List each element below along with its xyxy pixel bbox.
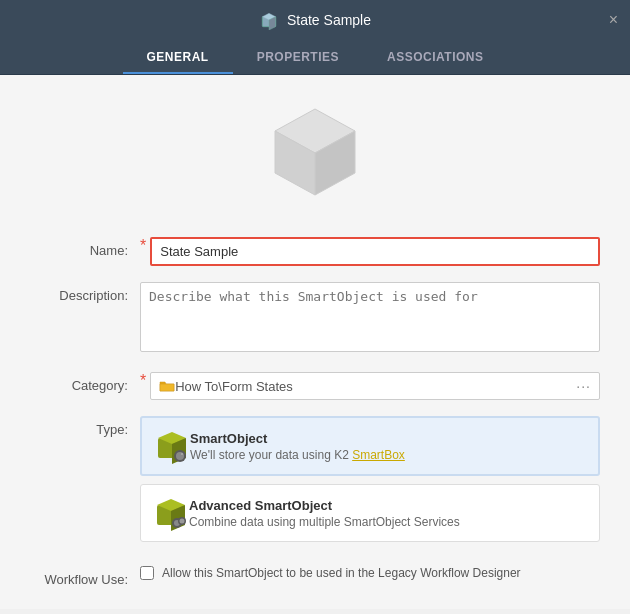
smartobject-desc: We'll store your data using K2 SmartBox bbox=[190, 448, 405, 462]
cube-icon bbox=[260, 99, 370, 209]
svg-point-18 bbox=[180, 519, 185, 524]
advanced-desc: Combine data using multiple SmartObject … bbox=[189, 515, 460, 529]
type-option-advanced-text: Advanced SmartObject Combine data using … bbox=[189, 498, 460, 529]
advanced-title: Advanced SmartObject bbox=[189, 498, 460, 513]
tab-associations[interactable]: ASSOCIATIONS bbox=[363, 40, 507, 74]
svg-point-10 bbox=[176, 452, 184, 460]
workflow-checkbox-row: Allow this SmartObject to be used in the… bbox=[140, 566, 600, 580]
dialog-title: State Sample bbox=[287, 12, 371, 28]
type-option-smartobject-text: SmartObject We'll store your data using … bbox=[190, 431, 405, 462]
category-value: How To\Form States bbox=[175, 379, 293, 394]
type-row: Type: SmartObject bbox=[30, 416, 600, 550]
name-row: Name: * bbox=[30, 237, 600, 266]
close-icon[interactable]: × bbox=[609, 11, 618, 29]
name-control-wrap bbox=[150, 237, 600, 266]
type-label: Type: bbox=[30, 416, 140, 437]
workflow-checkbox-label: Allow this SmartObject to be used in the… bbox=[162, 566, 521, 580]
tab-general[interactable]: GENERAL bbox=[123, 40, 233, 74]
type-option-advanced[interactable]: Advanced SmartObject Combine data using … bbox=[140, 484, 600, 542]
svg-point-11 bbox=[181, 453, 183, 455]
tab-bar: GENERAL PROPERTIES ASSOCIATIONS bbox=[0, 40, 630, 75]
workflow-control-wrap: Allow this SmartObject to be used in the… bbox=[140, 566, 600, 600]
category-label: Category: bbox=[30, 372, 140, 393]
workflow-checkbox[interactable] bbox=[140, 566, 154, 580]
content-area: Name: * Description: Category: * bbox=[0, 75, 630, 609]
advanced-smartobject-type-icon bbox=[153, 495, 189, 531]
workflow-label: Workflow Use: bbox=[30, 566, 140, 587]
folder-icon bbox=[159, 379, 175, 393]
type-control-wrap: SmartObject We'll store your data using … bbox=[140, 416, 600, 550]
category-ellipsis[interactable]: ··· bbox=[576, 378, 591, 394]
description-control-wrap bbox=[140, 282, 600, 356]
description-row: Description: bbox=[30, 282, 600, 356]
smartobject-icon bbox=[259, 10, 279, 30]
name-required: * bbox=[140, 237, 146, 255]
description-input[interactable] bbox=[140, 282, 600, 352]
workflow-row: Workflow Use: Allow this SmartObject to … bbox=[30, 566, 600, 600]
smartobject-type-icon bbox=[154, 428, 190, 464]
description-label: Description: bbox=[30, 282, 140, 303]
smartbox-link[interactable]: SmartBox bbox=[352, 448, 405, 462]
type-option-smartobject[interactable]: SmartObject We'll store your data using … bbox=[140, 416, 600, 476]
category-row: Category: * How To\Form States ··· bbox=[30, 372, 600, 400]
cube-icon-area bbox=[0, 75, 630, 229]
title-bar: State Sample × bbox=[0, 0, 630, 40]
category-field[interactable]: How To\Form States ··· bbox=[150, 372, 600, 400]
category-control-wrap: How To\Form States ··· bbox=[150, 372, 600, 400]
smartobject-title: SmartObject bbox=[190, 431, 405, 446]
form-area: Name: * Description: Category: * bbox=[0, 229, 630, 609]
name-label: Name: bbox=[30, 237, 140, 258]
category-required: * bbox=[140, 372, 146, 390]
name-input[interactable] bbox=[150, 237, 600, 266]
tab-properties[interactable]: PROPERTIES bbox=[233, 40, 363, 74]
